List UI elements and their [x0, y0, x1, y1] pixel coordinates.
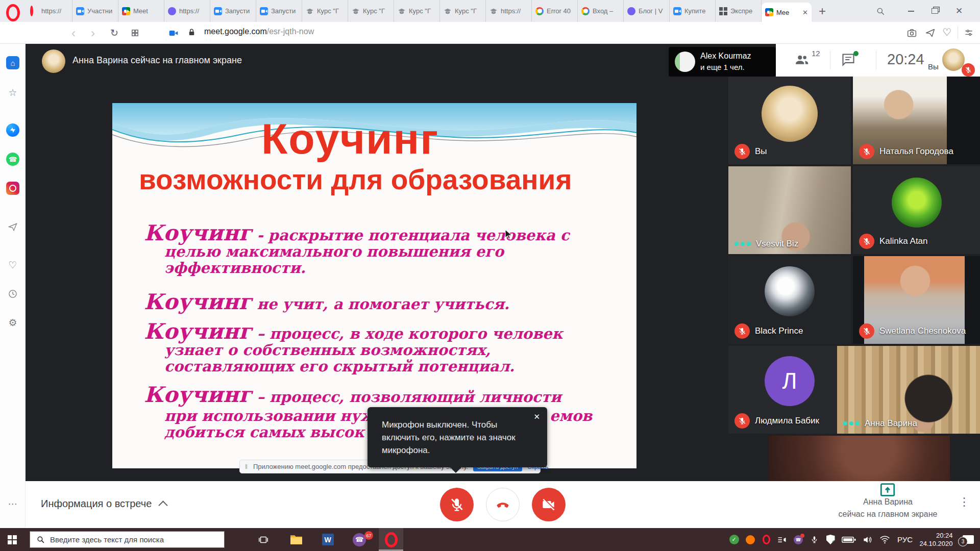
- slide-paragraph-4-line3: добиться самых высок: [164, 423, 364, 441]
- personal-news-heart-icon[interactable]: ♡: [6, 258, 19, 271]
- tab-kurs-1[interactable]: Курс "Г: [302, 0, 348, 22]
- new-tab-button[interactable]: +: [812, 4, 833, 18]
- tab-close-icon[interactable]: ✕: [801, 9, 808, 16]
- tray-wifi-icon[interactable]: [876, 528, 893, 551]
- start-button[interactable]: [0, 528, 24, 551]
- window-close-button[interactable]: ✕: [946, 0, 972, 22]
- meeting-info-button[interactable]: Информация о встрече: [41, 498, 166, 510]
- bookmarks-star-icon[interactable]: ☆: [6, 86, 19, 99]
- tooltip-close-icon[interactable]: ✕: [533, 412, 540, 421]
- divider: [958, 26, 958, 39]
- tune-settings-icon[interactable]: [964, 28, 974, 38]
- camera-toggle-button[interactable]: [532, 488, 566, 521]
- participants-icon[interactable]: [794, 52, 810, 67]
- tab-kurs-2[interactable]: Курс "Г: [348, 0, 394, 22]
- zoom-icon: [76, 7, 84, 15]
- messenger-icon[interactable]: [6, 123, 19, 137]
- reload-icon[interactable]: ↻: [110, 27, 118, 39]
- speed-dial-grid-icon[interactable]: [131, 29, 139, 37]
- tray-sync-ok-icon[interactable]: ✓: [726, 528, 742, 551]
- avatar: [892, 178, 942, 228]
- address-bar: ‹ › ↻ meet.google.com/esr-jqth-now ♡: [0, 22, 980, 44]
- drag-handle-icon[interactable]: ‖: [245, 463, 248, 470]
- presenting-icon[interactable]: [879, 481, 896, 498]
- history-clock-icon[interactable]: [6, 287, 19, 300]
- file-explorer-button[interactable]: [284, 528, 308, 551]
- tray-language[interactable]: РУС: [893, 528, 917, 551]
- mic-muted-icon: [859, 144, 874, 159]
- forward-icon[interactable]: ›: [91, 23, 95, 43]
- participant-tile-you[interactable]: Вы: [728, 77, 851, 164]
- window-restore-button[interactable]: [923, 0, 946, 22]
- camera-permission-icon[interactable]: [168, 28, 179, 38]
- participant-tile-kalinka[interactable]: Kalinka Atan: [853, 166, 980, 254]
- participant-tile-anna[interactable]: Анна Варина: [837, 346, 980, 434]
- tab-kurs-4[interactable]: Курс "Г: [440, 0, 486, 22]
- tray-microphone-icon[interactable]: [806, 528, 822, 551]
- participant-tile-lyudmila[interactable]: Л Людмила Бабик: [728, 346, 851, 434]
- tray-viber-icon[interactable]: ☎: [790, 528, 806, 551]
- participant-names: Alex Kourmaz: [700, 52, 751, 61]
- word-icon: W: [322, 534, 334, 545]
- mic-muted-icon: [734, 323, 750, 339]
- share-send-icon[interactable]: [925, 28, 936, 38]
- tab-kurs-3[interactable]: Курс "Г: [394, 0, 440, 22]
- opera-button[interactable]: [379, 528, 403, 551]
- sidebar-more-icon[interactable]: ⋯: [6, 497, 19, 510]
- notification-icon: 3: [963, 535, 974, 544]
- tab-https-2[interactable]: https://: [486, 0, 532, 22]
- tab-zoom-zapusti-2[interactable]: Запусти: [256, 0, 302, 22]
- avatar: [765, 266, 815, 316]
- tray-battery-icon[interactable]: [839, 528, 859, 551]
- whatsapp-icon[interactable]: ☎: [6, 153, 19, 166]
- participants-pill[interactable]: Alex Kourmaz и еще 1 чел.: [669, 47, 776, 77]
- more-options-icon[interactable]: ⋮: [959, 495, 970, 509]
- action-center-button[interactable]: 3: [957, 528, 980, 551]
- window-minimize-button[interactable]: [899, 0, 923, 22]
- tray-speaker-icon[interactable]: [859, 528, 876, 551]
- lock-icon[interactable]: [187, 28, 197, 37]
- url-field[interactable]: meet.google.com/esr-jqth-now: [204, 27, 314, 36]
- self-avatar[interactable]: [942, 48, 965, 71]
- taskbar-search-box[interactable]: Введите здесь текст для поиска: [30, 531, 225, 548]
- my-flow-icon[interactable]: [6, 220, 19, 234]
- bookmark-heart-icon[interactable]: ♡: [942, 26, 951, 38]
- tab-strip: https:// Участни Meet https:// Запусти З…: [27, 0, 833, 22]
- settings-gear-icon[interactable]: ⚙: [6, 316, 19, 329]
- slide-paragraph-3: Коучинг– процесс, в ходе которого челове…: [144, 325, 563, 374]
- tab-meet-1[interactable]: Meet: [118, 0, 164, 22]
- word-button[interactable]: W: [315, 528, 340, 551]
- chevron-up-icon: [159, 500, 168, 510]
- tab-express[interactable]: Экспре: [716, 0, 762, 22]
- participant-tile-swetlana[interactable]: Swetlana Chesnokova: [853, 256, 980, 344]
- tray-defender-icon[interactable]: [822, 528, 839, 551]
- speed-dial-home-icon[interactable]: ⌂: [6, 56, 19, 69]
- hangup-button[interactable]: [486, 488, 520, 521]
- participant-tile-blackprince[interactable]: Black Prince: [728, 256, 851, 344]
- instagram-icon[interactable]: [6, 182, 19, 195]
- tray-volume-mixer-icon[interactable]: [774, 528, 790, 551]
- tab-error[interactable]: Error 40: [532, 0, 578, 22]
- opera-menu-icon[interactable]: [6, 4, 20, 21]
- tray-clock[interactable]: 20:2424.10.2020: [917, 528, 955, 551]
- participant-tile-natalia[interactable]: Наталья Городова: [853, 77, 980, 164]
- tray-opera-icon[interactable]: [758, 528, 774, 551]
- tray-avast-icon[interactable]: [742, 528, 758, 551]
- viber-button[interactable]: ☎67: [347, 528, 372, 551]
- tab-kupite[interactable]: Купите: [670, 0, 716, 22]
- tab-zoom-uchastni[interactable]: Участни: [72, 0, 118, 22]
- participant-tile-vsesvit[interactable]: Vsesvit Biz: [728, 166, 851, 254]
- tab-search-icon[interactable]: [868, 0, 893, 22]
- tab-viber-https[interactable]: https://: [164, 0, 210, 22]
- tab-https-1[interactable]: https://: [27, 0, 72, 22]
- tab-vhod[interactable]: Вход –: [578, 0, 624, 22]
- meet-icon: [765, 8, 773, 16]
- mic-toggle-button[interactable]: [440, 488, 474, 521]
- participant-tile-partial[interactable]: [769, 436, 950, 481]
- task-view-button[interactable]: [251, 528, 276, 551]
- tab-zoom-zapusti-1[interactable]: Запусти: [210, 0, 256, 22]
- back-icon[interactable]: ‹: [71, 23, 76, 43]
- tab-blog[interactable]: Блог | V: [624, 0, 670, 22]
- tab-meet-active[interactable]: Mee✕: [762, 3, 812, 22]
- snapshot-camera-icon[interactable]: [906, 28, 917, 38]
